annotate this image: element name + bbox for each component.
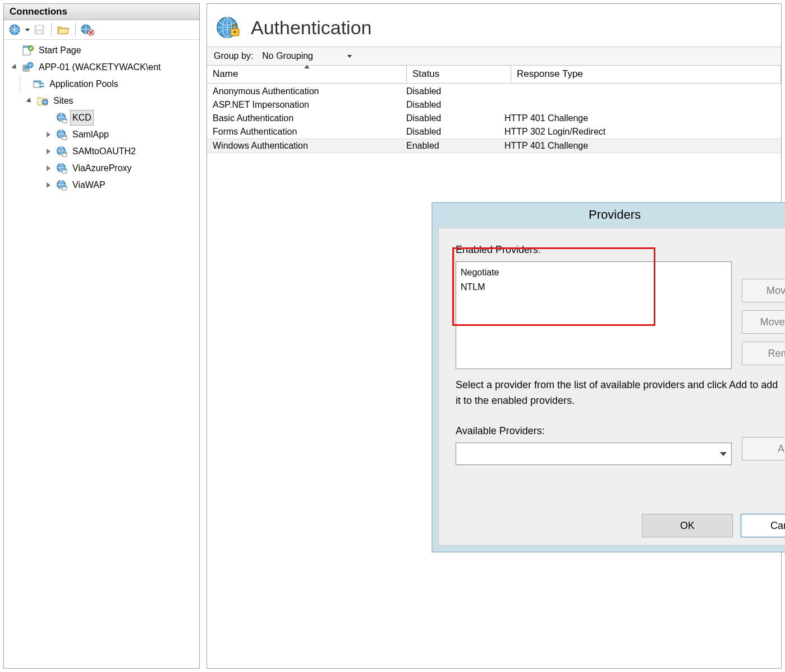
site-icon	[56, 162, 68, 174]
providers-dialog: Providers ? x Enabled Providers: Negotia…	[431, 202, 785, 553]
svg-rect-34	[63, 186, 66, 187]
cell-response: HTTP 302 Login/Redirect	[499, 127, 781, 137]
tree-site-item[interactable]: KCD	[6, 109, 199, 126]
collapse-icon[interactable]	[11, 64, 18, 71]
dialog-actions: OK Cancel	[642, 514, 785, 537]
collapse-icon[interactable]	[26, 98, 33, 104]
svg-rect-30	[63, 169, 66, 171]
tree-app-pools[interactable]: Application Pools	[6, 76, 199, 93]
site-icon	[56, 112, 68, 124]
tree-label: ViaWAP	[70, 177, 108, 193]
available-providers-label: Available Providers:	[456, 425, 785, 437]
connections-panel: Connections Start Page	[3, 3, 200, 669]
start-page-icon	[22, 44, 34, 57]
connections-title: Connections	[4, 4, 199, 20]
svg-rect-18	[63, 119, 66, 120]
svg-rect-3	[37, 31, 42, 34]
tree-site-item[interactable]: ViaAzureProxy	[6, 160, 199, 177]
dialog-title-text: Providers	[433, 208, 785, 222]
toolbar-sep-1	[51, 23, 52, 36]
tree-site-item[interactable]: SAMtoOAUTH2	[6, 143, 199, 160]
dialog-body: Enabled Providers: NegotiateNTLM Move Up…	[438, 228, 785, 546]
cell-status: Disabled	[401, 127, 499, 137]
connections-tree[interactable]: Start Page APP-01 (WACKETYWACK\ent Appli…	[4, 40, 199, 668]
grid-body[interactable]: Anonymous AuthenticationDisabledASP.NET …	[207, 84, 781, 154]
expand-icon[interactable]	[47, 132, 51, 137]
expand-icon[interactable]	[47, 182, 51, 188]
tree-label: Application Pools	[47, 76, 121, 92]
move-down-button[interactable]: Move Down	[742, 310, 785, 334]
site-icon	[56, 145, 68, 158]
auth-grid-row[interactable]: Anonymous AuthenticationDisabled	[207, 85, 781, 98]
server-icon	[22, 61, 34, 73]
save-button[interactable]	[32, 22, 47, 37]
providers-instructions: Select a provider from the list of avail…	[456, 377, 781, 408]
auth-grid-row[interactable]: Windows AuthenticationEnabledHTTP 401 Ch…	[207, 139, 781, 153]
svg-rect-2	[36, 26, 42, 29]
tree-label: SamlApp	[70, 127, 111, 142]
svg-rect-22	[63, 136, 66, 137]
page-title: Authentication	[251, 17, 372, 39]
enabled-providers-list[interactable]: NegotiateNTLM	[456, 261, 732, 369]
tree-site-item[interactable]: SamlApp	[6, 126, 199, 143]
auth-grid-row[interactable]: Basic AuthenticationDisabledHTTP 401 Cha…	[207, 112, 781, 125]
enabled-provider-item[interactable]: Negotiate	[461, 265, 727, 280]
enabled-providers-label: Enabled Providers:	[456, 244, 785, 256]
group-by-dropdown[interactable]: No Grouping	[259, 50, 355, 62]
group-by-value: No Grouping	[262, 51, 313, 61]
cell-status: Disabled	[401, 113, 499, 123]
col-header-status[interactable]: Status	[407, 66, 511, 83]
connect-dropdown-arrow-icon[interactable]	[25, 29, 30, 31]
cell-status: Disabled	[401, 86, 499, 96]
app-pools-icon	[33, 78, 45, 90]
tree-label: KCD	[70, 110, 94, 126]
cell-name: ASP.NET Impersonation	[207, 100, 401, 110]
svg-point-38	[234, 31, 236, 33]
cell-name: Windows Authentication	[207, 141, 401, 151]
tree-label: Start Page	[36, 43, 84, 58]
provider-side-buttons: Move Up Move Down Remove	[742, 279, 785, 365]
toolbar-sep-2	[75, 23, 76, 36]
cell-response: HTTP 401 Challenge	[499, 113, 781, 123]
dialog-titlebar[interactable]: Providers ? x	[433, 203, 785, 227]
auth-grid-row[interactable]: ASP.NET ImpersonationDisabled	[207, 98, 781, 112]
cell-response	[499, 86, 781, 96]
cell-status: Disabled	[401, 100, 499, 110]
main-content: Authentication Group by: No Grouping Nam…	[206, 3, 782, 669]
cell-response: HTTP 401 Challenge	[499, 141, 781, 151]
available-providers-combo[interactable]	[456, 443, 732, 465]
tree-sites[interactable]: Sites	[6, 93, 199, 109]
open-folder-button[interactable]	[56, 22, 71, 37]
tree-site-item[interactable]: ViaWAP	[6, 177, 199, 194]
group-by-bar: Group by: No Grouping	[207, 47, 781, 66]
remove-connection-button[interactable]	[80, 22, 95, 37]
svg-rect-13	[34, 81, 41, 82]
ok-button[interactable]: OK	[642, 514, 733, 537]
col-header-name[interactable]: Name	[207, 66, 407, 83]
move-up-button[interactable]: Move Up	[742, 279, 785, 302]
sites-folder-icon	[36, 95, 49, 107]
tree-label: ViaAzureProxy	[70, 160, 134, 176]
tree-start-page[interactable]: Start Page	[6, 42, 199, 59]
sort-asc-icon	[304, 65, 310, 68]
cancel-button[interactable]: Cancel	[741, 514, 785, 537]
expand-icon[interactable]	[47, 165, 51, 171]
connections-toolbar	[4, 20, 199, 40]
connect-button[interactable]	[7, 22, 22, 37]
add-button[interactable]: Add	[742, 437, 785, 461]
authentication-icon	[216, 15, 241, 40]
chevron-down-icon	[720, 452, 727, 456]
group-by-label: Group by:	[214, 51, 253, 61]
svg-rect-26	[63, 153, 66, 154]
col-header-response[interactable]: Response Type	[511, 66, 781, 83]
chevron-down-icon	[347, 55, 352, 58]
site-icon	[56, 128, 68, 141]
cell-name: Basic Authentication	[207, 113, 401, 123]
auth-grid-row[interactable]: Forms AuthenticationDisabledHTTP 302 Log…	[207, 125, 781, 139]
cell-name: Anonymous Authentication	[207, 86, 401, 96]
tree-label: Sites	[51, 93, 76, 109]
expand-icon[interactable]	[47, 149, 51, 154]
enabled-provider-item[interactable]: NTLM	[461, 280, 727, 294]
tree-server[interactable]: APP-01 (WACKETYWACK\ent	[6, 59, 199, 76]
remove-button[interactable]: Remove	[742, 342, 785, 365]
